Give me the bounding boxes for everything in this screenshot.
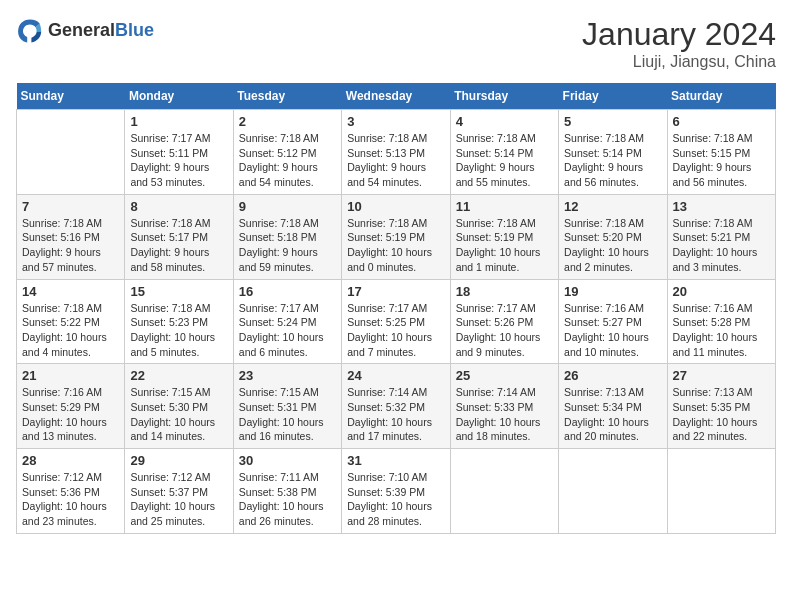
- calendar-cell: 19Sunrise: 7:16 AM Sunset: 5:27 PM Dayli…: [559, 279, 667, 364]
- header-cell-friday: Friday: [559, 83, 667, 110]
- calendar-cell: 1Sunrise: 7:17 AM Sunset: 5:11 PM Daylig…: [125, 110, 233, 195]
- day-info: Sunrise: 7:18 AM Sunset: 5:21 PM Dayligh…: [673, 216, 770, 275]
- calendar-cell: 30Sunrise: 7:11 AM Sunset: 5:38 PM Dayli…: [233, 449, 341, 534]
- day-info: Sunrise: 7:17 AM Sunset: 5:11 PM Dayligh…: [130, 131, 227, 190]
- logo: GeneralBlue: [16, 16, 154, 44]
- calendar-cell: 12Sunrise: 7:18 AM Sunset: 5:20 PM Dayli…: [559, 194, 667, 279]
- calendar-cell: 4Sunrise: 7:18 AM Sunset: 5:14 PM Daylig…: [450, 110, 558, 195]
- day-info: Sunrise: 7:18 AM Sunset: 5:14 PM Dayligh…: [456, 131, 553, 190]
- day-info: Sunrise: 7:16 AM Sunset: 5:29 PM Dayligh…: [22, 385, 119, 444]
- day-number: 1: [130, 114, 227, 129]
- calendar-cell: 16Sunrise: 7:17 AM Sunset: 5:24 PM Dayli…: [233, 279, 341, 364]
- calendar-cell: 18Sunrise: 7:17 AM Sunset: 5:26 PM Dayli…: [450, 279, 558, 364]
- day-number: 7: [22, 199, 119, 214]
- calendar-cell: 15Sunrise: 7:18 AM Sunset: 5:23 PM Dayli…: [125, 279, 233, 364]
- day-number: 23: [239, 368, 336, 383]
- day-info: Sunrise: 7:18 AM Sunset: 5:22 PM Dayligh…: [22, 301, 119, 360]
- header-cell-thursday: Thursday: [450, 83, 558, 110]
- day-info: Sunrise: 7:11 AM Sunset: 5:38 PM Dayligh…: [239, 470, 336, 529]
- calendar-cell: 2Sunrise: 7:18 AM Sunset: 5:12 PM Daylig…: [233, 110, 341, 195]
- calendar-cell: 13Sunrise: 7:18 AM Sunset: 5:21 PM Dayli…: [667, 194, 775, 279]
- day-info: Sunrise: 7:18 AM Sunset: 5:23 PM Dayligh…: [130, 301, 227, 360]
- calendar-week-5: 28Sunrise: 7:12 AM Sunset: 5:36 PM Dayli…: [17, 449, 776, 534]
- day-number: 9: [239, 199, 336, 214]
- calendar-cell: 23Sunrise: 7:15 AM Sunset: 5:31 PM Dayli…: [233, 364, 341, 449]
- day-info: Sunrise: 7:13 AM Sunset: 5:35 PM Dayligh…: [673, 385, 770, 444]
- day-info: Sunrise: 7:17 AM Sunset: 5:26 PM Dayligh…: [456, 301, 553, 360]
- calendar-header: SundayMondayTuesdayWednesdayThursdayFrid…: [17, 83, 776, 110]
- calendar-cell: 7Sunrise: 7:18 AM Sunset: 5:16 PM Daylig…: [17, 194, 125, 279]
- day-number: 8: [130, 199, 227, 214]
- day-number: 31: [347, 453, 444, 468]
- day-info: Sunrise: 7:18 AM Sunset: 5:12 PM Dayligh…: [239, 131, 336, 190]
- day-info: Sunrise: 7:16 AM Sunset: 5:28 PM Dayligh…: [673, 301, 770, 360]
- calendar-cell: 3Sunrise: 7:18 AM Sunset: 5:13 PM Daylig…: [342, 110, 450, 195]
- day-number: 22: [130, 368, 227, 383]
- calendar-cell: 20Sunrise: 7:16 AM Sunset: 5:28 PM Dayli…: [667, 279, 775, 364]
- header-cell-monday: Monday: [125, 83, 233, 110]
- calendar-week-1: 1Sunrise: 7:17 AM Sunset: 5:11 PM Daylig…: [17, 110, 776, 195]
- calendar-cell: 11Sunrise: 7:18 AM Sunset: 5:19 PM Dayli…: [450, 194, 558, 279]
- day-info: Sunrise: 7:17 AM Sunset: 5:24 PM Dayligh…: [239, 301, 336, 360]
- calendar-cell: 31Sunrise: 7:10 AM Sunset: 5:39 PM Dayli…: [342, 449, 450, 534]
- calendar-cell: 8Sunrise: 7:18 AM Sunset: 5:17 PM Daylig…: [125, 194, 233, 279]
- calendar-cell: 6Sunrise: 7:18 AM Sunset: 5:15 PM Daylig…: [667, 110, 775, 195]
- header-row: SundayMondayTuesdayWednesdayThursdayFrid…: [17, 83, 776, 110]
- day-info: Sunrise: 7:10 AM Sunset: 5:39 PM Dayligh…: [347, 470, 444, 529]
- calendar-cell: 24Sunrise: 7:14 AM Sunset: 5:32 PM Dayli…: [342, 364, 450, 449]
- day-number: 12: [564, 199, 661, 214]
- header-cell-wednesday: Wednesday: [342, 83, 450, 110]
- calendar-body: 1Sunrise: 7:17 AM Sunset: 5:11 PM Daylig…: [17, 110, 776, 534]
- day-number: 4: [456, 114, 553, 129]
- calendar-cell: 28Sunrise: 7:12 AM Sunset: 5:36 PM Dayli…: [17, 449, 125, 534]
- day-number: 13: [673, 199, 770, 214]
- day-info: Sunrise: 7:15 AM Sunset: 5:30 PM Dayligh…: [130, 385, 227, 444]
- logo-text-general: General: [48, 20, 115, 40]
- day-info: Sunrise: 7:12 AM Sunset: 5:36 PM Dayligh…: [22, 470, 119, 529]
- day-number: 2: [239, 114, 336, 129]
- day-number: 24: [347, 368, 444, 383]
- day-number: 10: [347, 199, 444, 214]
- calendar-cell: [450, 449, 558, 534]
- calendar-cell: 26Sunrise: 7:13 AM Sunset: 5:34 PM Dayli…: [559, 364, 667, 449]
- calendar-cell: 21Sunrise: 7:16 AM Sunset: 5:29 PM Dayli…: [17, 364, 125, 449]
- calendar-cell: 14Sunrise: 7:18 AM Sunset: 5:22 PM Dayli…: [17, 279, 125, 364]
- calendar-title: January 2024: [582, 16, 776, 53]
- calendar-cell: [559, 449, 667, 534]
- day-number: 3: [347, 114, 444, 129]
- day-number: 18: [456, 284, 553, 299]
- calendar-cell: 5Sunrise: 7:18 AM Sunset: 5:14 PM Daylig…: [559, 110, 667, 195]
- calendar-cell: [667, 449, 775, 534]
- day-info: Sunrise: 7:12 AM Sunset: 5:37 PM Dayligh…: [130, 470, 227, 529]
- calendar-cell: 29Sunrise: 7:12 AM Sunset: 5:37 PM Dayli…: [125, 449, 233, 534]
- calendar-cell: [17, 110, 125, 195]
- title-block: January 2024 Liuji, Jiangsu, China: [582, 16, 776, 71]
- calendar-cell: 17Sunrise: 7:17 AM Sunset: 5:25 PM Dayli…: [342, 279, 450, 364]
- calendar-week-3: 14Sunrise: 7:18 AM Sunset: 5:22 PM Dayli…: [17, 279, 776, 364]
- day-number: 11: [456, 199, 553, 214]
- day-info: Sunrise: 7:18 AM Sunset: 5:13 PM Dayligh…: [347, 131, 444, 190]
- day-info: Sunrise: 7:18 AM Sunset: 5:17 PM Dayligh…: [130, 216, 227, 275]
- day-number: 28: [22, 453, 119, 468]
- day-number: 17: [347, 284, 444, 299]
- day-info: Sunrise: 7:18 AM Sunset: 5:15 PM Dayligh…: [673, 131, 770, 190]
- day-info: Sunrise: 7:18 AM Sunset: 5:19 PM Dayligh…: [456, 216, 553, 275]
- calendar-cell: 27Sunrise: 7:13 AM Sunset: 5:35 PM Dayli…: [667, 364, 775, 449]
- day-info: Sunrise: 7:15 AM Sunset: 5:31 PM Dayligh…: [239, 385, 336, 444]
- logo-text-blue: Blue: [115, 20, 154, 40]
- calendar-cell: 9Sunrise: 7:18 AM Sunset: 5:18 PM Daylig…: [233, 194, 341, 279]
- calendar-subtitle: Liuji, Jiangsu, China: [582, 53, 776, 71]
- day-number: 20: [673, 284, 770, 299]
- day-number: 25: [456, 368, 553, 383]
- day-info: Sunrise: 7:18 AM Sunset: 5:19 PM Dayligh…: [347, 216, 444, 275]
- day-number: 5: [564, 114, 661, 129]
- day-number: 19: [564, 284, 661, 299]
- day-info: Sunrise: 7:14 AM Sunset: 5:33 PM Dayligh…: [456, 385, 553, 444]
- header-cell-saturday: Saturday: [667, 83, 775, 110]
- calendar-cell: 10Sunrise: 7:18 AM Sunset: 5:19 PM Dayli…: [342, 194, 450, 279]
- calendar-table: SundayMondayTuesdayWednesdayThursdayFrid…: [16, 83, 776, 534]
- day-info: Sunrise: 7:13 AM Sunset: 5:34 PM Dayligh…: [564, 385, 661, 444]
- calendar-cell: 22Sunrise: 7:15 AM Sunset: 5:30 PM Dayli…: [125, 364, 233, 449]
- day-number: 27: [673, 368, 770, 383]
- day-number: 15: [130, 284, 227, 299]
